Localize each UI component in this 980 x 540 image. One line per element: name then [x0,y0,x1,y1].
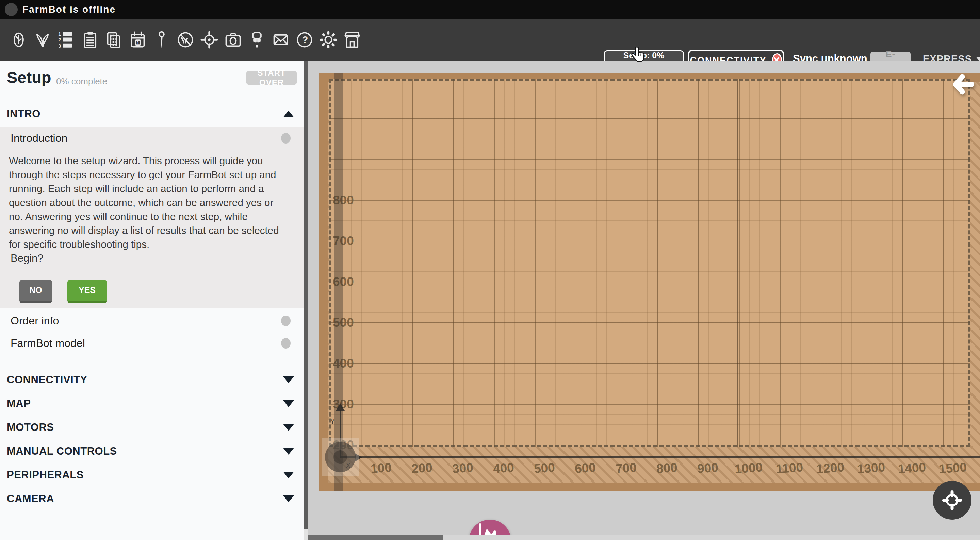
panel-scrollbar-thumb[interactable] [304,60,308,529]
start-over-button[interactable]: START OVER [246,71,297,85]
step-label: Order info [11,314,59,327]
points-icon[interactable] [150,28,173,52]
x-tick: 200 [401,460,443,477]
farmbot-position-center [334,450,347,464]
status-message: FarmBot is offline [22,4,116,15]
welcome-paragraph: Welcome to the setup wizard. This proces… [9,154,288,251]
section-header-motors[interactable]: MOTORS [0,419,304,436]
section-header-map[interactable]: MAP [0,395,304,412]
x-tick: 900 [687,460,729,477]
setup-progress-label: 0% complete [56,76,107,87]
x-tick: 600 [565,460,606,477]
svg-text:?: ? [302,34,308,45]
chevron-down-icon [283,496,294,502]
step-label: FarmBot model [11,337,85,349]
status-bar: FarmBot is offline [0,0,980,19]
settings-icon[interactable] [317,28,340,52]
section-label: CAMERA [7,493,54,505]
seeds-icon[interactable] [7,28,30,52]
svg-text:1: 1 [137,40,139,45]
section-header-intro[interactable]: INTRO [0,105,304,122]
garden-map[interactable]: 800 700 600 500 400 300 200 100 100 200 … [308,60,980,540]
section-header-camera[interactable]: CAMERA [0,490,304,507]
section-header-manual-controls[interactable]: MANUAL CONTROLS [0,443,304,460]
section-header-peripherals[interactable]: PERIPHERALS [0,467,304,484]
controls-icon[interactable] [197,28,221,52]
gantry-bar[interactable] [334,73,343,491]
shop-icon[interactable] [340,28,364,52]
main-toolbar: 123 1 ? Setup: 0% complete CONNECTIVITY … [0,19,980,60]
x-tick: 400 [483,460,525,477]
step-row-farmbot-model[interactable]: FarmBot model [0,332,304,354]
section-label: MOTORS [7,421,54,434]
chevron-down-icon [283,448,294,455]
back-arrow-button[interactable] [952,74,974,96]
section-label: MANUAL CONTROLS [7,445,117,457]
nav-icon-row: 123 1 ? [7,19,364,60]
begin-question: Begin? [11,253,43,265]
connection-status-dot [5,3,18,16]
help-icon[interactable]: ? [293,28,317,52]
step-row-introduction[interactable]: Introduction [0,127,304,149]
svg-text:1: 1 [58,31,61,37]
chevron-down-icon [283,472,294,478]
x-tick: 500 [524,460,566,477]
chevron-down-icon [283,376,294,383]
x-tick: 100 [360,460,402,477]
x-tick: 1400 [891,460,933,477]
regimens-icon[interactable] [78,28,102,52]
plants-icon[interactable] [30,28,54,52]
tools-icon[interactable] [245,28,269,52]
section-label: INTRO [7,108,40,120]
section-label: CONNECTIVITY [7,374,88,386]
section-label: PERIPHERALS [7,469,84,481]
x-tick: 1500 [932,460,974,477]
move-mode-button[interactable] [933,481,972,519]
yes-button[interactable]: YES [67,280,107,303]
gridline-1000mm [737,79,738,447]
svg-text:3: 3 [58,43,61,49]
step-row-order-info[interactable]: Order info [0,310,304,332]
x-tick: 1000 [728,460,770,477]
y-axis-arrow [336,403,345,411]
x-axis [340,456,980,458]
step-status-dot [281,316,291,326]
x-tick: 800 [646,460,688,477]
x-tick: 1100 [769,460,811,477]
step-status-dot [281,133,291,143]
step-status-dot [281,338,291,349]
y-axis-label: Y [330,417,335,426]
chevron-down-icon [283,400,294,407]
gardens-icon[interactable] [102,28,126,52]
x-tick: 1200 [810,460,851,477]
garden-grid[interactable] [329,79,970,447]
photos-icon[interactable] [221,28,245,52]
svg-text:2: 2 [58,37,61,43]
x-tick: 700 [605,460,647,477]
section-header-connectivity[interactable]: CONNECTIVITY [0,371,304,388]
x-tick: 1300 [850,460,892,477]
x-tick: 300 [442,460,484,477]
chevron-down-icon [283,424,294,431]
no-button[interactable]: NO [19,280,52,303]
page-title: Setup [7,68,51,87]
sequences-icon[interactable]: 123 [54,28,78,52]
step-label: Introduction [11,132,67,145]
chevron-up-icon [283,111,294,118]
events-icon[interactable]: 1 [126,28,150,52]
weeds-icon[interactable] [173,28,197,52]
section-label: MAP [7,397,30,410]
messages-icon[interactable] [269,28,293,52]
map-hscrollbar-thumb[interactable] [308,535,443,540]
